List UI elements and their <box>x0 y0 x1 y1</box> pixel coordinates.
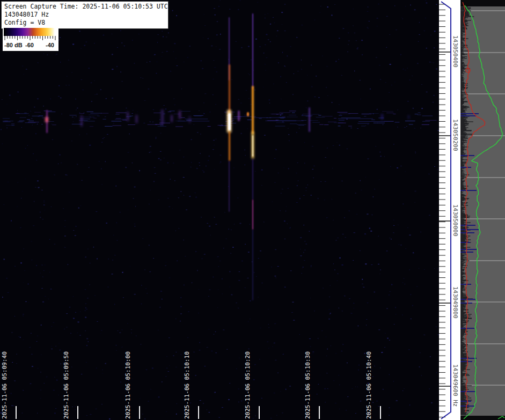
frequency-label: 143050200 <box>452 119 459 151</box>
db-color-scale: -80 dB -60 -40 <box>3 27 58 51</box>
time-tick <box>139 406 140 419</box>
echo-signal-segment <box>252 159 253 200</box>
time-tick <box>259 406 260 419</box>
frequency-label: 143049600 Hz <box>452 364 459 407</box>
color-scale-ruler <box>4 36 57 41</box>
db-scale-max-label: -40 <box>46 42 54 48</box>
time-label: 2025-11-06 05:10:00 <box>125 351 131 419</box>
config-text: Config = V8 <box>4 19 165 27</box>
frequency-label: 143050400 <box>452 35 459 68</box>
echo-signal-segment <box>252 135 254 157</box>
echo-signal-segment <box>247 112 249 116</box>
capture-time-text: Screen Capture Time: 2025-11-06 05:10:53… <box>4 3 165 11</box>
time-tick <box>198 406 199 419</box>
spectrum-panel <box>460 0 505 420</box>
time-tick <box>77 406 78 419</box>
echo-signal-segment <box>252 86 254 134</box>
time-label: 2025-11-06 05:10:20 <box>244 351 251 419</box>
echo-signal-segment <box>228 113 231 130</box>
waterfall-display: Screen Capture Time: 2025-11-06 05:10:53… <box>0 0 439 420</box>
db-scale-mid-label: -60 <box>25 42 34 48</box>
time-tick <box>319 406 320 419</box>
time-tick <box>16 406 17 419</box>
color-gradient-bar <box>4 28 56 36</box>
echo-signal-segment <box>179 110 181 119</box>
echo-signal-segment <box>45 117 48 122</box>
echo-signal-segment <box>135 115 138 123</box>
time-label: 2025-11-06 05:09:50 <box>63 351 70 419</box>
capture-info-box: Screen Capture Time: 2025-11-06 05:10:53… <box>1 1 169 29</box>
db-scale-min-label: -80 dB <box>4 42 23 48</box>
frequency-label: 143050000 <box>452 204 459 237</box>
frequency-label: 143049800 <box>452 286 459 319</box>
echo-signal-segment <box>238 110 240 121</box>
center-frequency-text: 143048017 Hz <box>4 11 165 19</box>
spectrum-traces <box>460 0 505 420</box>
time-label: 2025-11-06 05:10:10 <box>184 351 191 419</box>
echo-signal-segment <box>189 116 191 123</box>
echo-signal-segment <box>229 161 230 212</box>
echo-signal-segment <box>381 114 383 120</box>
time-label: 2025-11-06 05:10:30 <box>304 351 311 419</box>
time-tick <box>380 406 381 419</box>
echo-signal-segment <box>80 115 83 127</box>
time-label: 2025-11-06 05:10:40 <box>365 351 372 419</box>
echo-signal-segment <box>229 64 230 115</box>
echo-signal-segment <box>408 115 409 119</box>
echo-signal-segment <box>127 112 129 121</box>
echo-signal-segment <box>161 109 164 124</box>
time-label: 2025-11-06 05:09:40 <box>1 351 8 419</box>
echo-signal-segment <box>171 115 173 122</box>
echo-signal-segment <box>252 200 254 230</box>
echo-signal-segment <box>309 107 310 132</box>
echo-signal-segment <box>229 131 230 161</box>
echo-signal-segment <box>252 230 253 300</box>
spectrogram-app: Screen Capture Time: 2025-11-06 05:10:53… <box>0 0 505 420</box>
frequency-axis: 1430504001430502001430500001430498001430… <box>439 0 460 420</box>
echo-signal-segment <box>252 13 254 89</box>
